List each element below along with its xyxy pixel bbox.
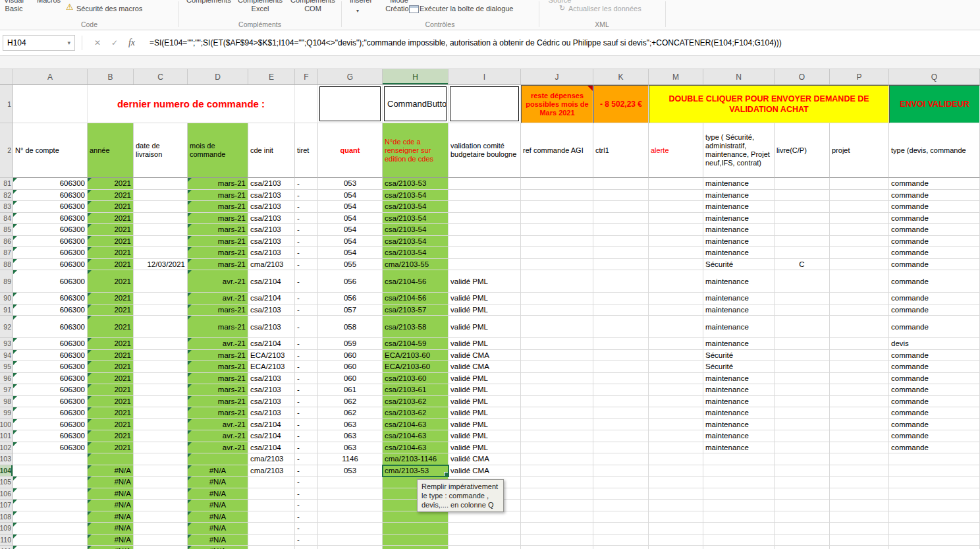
- cell-K87[interactable]: [593, 247, 649, 259]
- cell-Q87[interactable]: commande: [889, 247, 980, 259]
- cell-C103[interactable]: [134, 453, 188, 465]
- cell-C87[interactable]: [134, 247, 188, 259]
- cell-P111[interactable]: [830, 546, 889, 549]
- cell-J86[interactable]: [521, 236, 593, 248]
- cell-D87[interactable]: mars-21: [188, 247, 248, 259]
- cell-G111[interactable]: [318, 546, 383, 549]
- inserer-button[interactable]: Insérer: [345, 0, 377, 5]
- cell-E84[interactable]: csa/2103: [248, 213, 295, 225]
- cell-C95[interactable]: [134, 361, 188, 373]
- cell-D93[interactable]: avr.-21: [188, 338, 248, 350]
- cell-B86[interactable]: 2021: [88, 236, 134, 248]
- cell-C106[interactable]: [134, 488, 188, 500]
- cell-E96[interactable]: csa/2103: [248, 373, 295, 385]
- cell-H93[interactable]: csa/2104-59: [383, 338, 449, 350]
- column-header-G[interactable]: G: [318, 69, 383, 84]
- cell-J102[interactable]: [521, 442, 593, 454]
- cell-N110[interactable]: [703, 535, 775, 546]
- cell-D100[interactable]: avr.-21: [188, 419, 248, 431]
- cell-K101[interactable]: [593, 430, 649, 442]
- cell-M84[interactable]: [649, 213, 703, 225]
- cell-I109[interactable]: [449, 523, 521, 535]
- cell-D82[interactable]: mars-21: [188, 190, 248, 202]
- cell-M1-validation-banner[interactable]: DOUBLE CLIQUER POUR ENVOYER DEMANDE DE V…: [649, 85, 889, 123]
- cell-Q103[interactable]: [889, 453, 980, 465]
- cell-D85[interactable]: mars-21: [188, 224, 248, 236]
- cell-D99[interactable]: mars-21: [188, 407, 248, 419]
- cell-Q110[interactable]: [889, 535, 980, 546]
- cell-F106[interactable]: -: [295, 488, 318, 500]
- cell-D105[interactable]: #N/A: [188, 477, 248, 488]
- formula-input[interactable]: =SI(E104="";"";SI(ET($AF$94>$K$1;I104=""…: [150, 38, 782, 47]
- cell-M110[interactable]: [649, 535, 703, 546]
- cell-I97[interactable]: validé PML: [449, 384, 521, 396]
- cell-H92[interactable]: csa/2103-58: [383, 316, 449, 338]
- cell-J88[interactable]: [521, 259, 593, 271]
- command-button[interactable]: CommandButton1: [384, 86, 447, 121]
- cell-J92[interactable]: [521, 316, 593, 338]
- cell-K86[interactable]: [593, 236, 649, 248]
- column-header-K[interactable]: K: [593, 69, 649, 84]
- cell-F105[interactable]: -: [295, 477, 318, 488]
- cell-F109[interactable]: -: [295, 523, 318, 535]
- cell-Q1-envoi-valideur[interactable]: ENVOI VALIDEUR: [889, 85, 980, 123]
- cell-N88[interactable]: Sécurité: [703, 259, 775, 271]
- cell-D102[interactable]: avr.-21: [188, 442, 248, 454]
- cell-O109[interactable]: [775, 523, 830, 535]
- cell-A103[interactable]: [13, 453, 88, 465]
- cell-D2[interactable]: mois de commande: [188, 123, 248, 178]
- cell-O86[interactable]: [775, 236, 830, 248]
- cell-E103[interactable]: cma/2103: [248, 453, 295, 465]
- cell-K111[interactable]: [593, 546, 649, 549]
- complements-com-button[interactable]: Compléments COM: [288, 0, 338, 13]
- cell-A97[interactable]: 606300: [13, 384, 88, 396]
- cell-Q85[interactable]: commande: [889, 224, 980, 236]
- cell-D109[interactable]: #N/A: [188, 523, 248, 535]
- cell-E106[interactable]: [248, 488, 295, 500]
- cell-F85[interactable]: -: [295, 224, 318, 236]
- cell-P85[interactable]: [830, 224, 889, 236]
- cell-K93[interactable]: [593, 338, 649, 350]
- cell-K90[interactable]: [593, 293, 649, 304]
- cell-H99[interactable]: csa/2103-62: [383, 407, 449, 419]
- cell-M90[interactable]: [649, 293, 703, 304]
- cell-J89[interactable]: [521, 270, 593, 293]
- cell-I103[interactable]: validé CMA: [449, 453, 521, 465]
- cell-B99[interactable]: 2021: [88, 407, 134, 419]
- cell-N97[interactable]: maintenance: [703, 384, 775, 396]
- cell-B110[interactable]: #N/A: [88, 535, 134, 546]
- cell-O82[interactable]: [775, 190, 830, 202]
- cell-G95[interactable]: 060: [318, 361, 383, 373]
- cell-J90[interactable]: [521, 293, 593, 304]
- cell-B2[interactable]: année: [88, 123, 134, 178]
- cell-P103[interactable]: [830, 453, 889, 465]
- cell-N105[interactable]: [703, 477, 775, 488]
- cell-P92[interactable]: [830, 316, 889, 338]
- cell-B82[interactable]: 2021: [88, 190, 134, 202]
- row-header-109[interactable]: 109: [0, 523, 13, 535]
- cell-D106[interactable]: #N/A: [188, 488, 248, 500]
- cell-Q104[interactable]: [889, 465, 980, 477]
- macros-button[interactable]: Macros: [33, 0, 65, 5]
- cell-N86[interactable]: maintenance: [703, 236, 775, 248]
- cell-I100[interactable]: validé PML: [449, 419, 521, 431]
- cell-C84[interactable]: [134, 213, 188, 225]
- cell-M107[interactable]: [649, 500, 703, 511]
- cell-I87[interactable]: [449, 247, 521, 259]
- cell-F111[interactable]: [295, 546, 318, 549]
- cell-O108[interactable]: [775, 511, 830, 523]
- cell-E111[interactable]: [248, 546, 295, 549]
- row-header-88[interactable]: 88: [0, 259, 13, 271]
- cell-N90[interactable]: maintenance: [703, 293, 775, 304]
- enter-icon[interactable]: ✓: [106, 38, 123, 47]
- cell-I81[interactable]: [449, 178, 521, 190]
- cell-D96[interactable]: mars-21: [188, 373, 248, 385]
- cell-J1[interactable]: reste dépenses possibles mois de Mars 20…: [521, 85, 593, 123]
- cell-A84[interactable]: 606300: [13, 213, 88, 225]
- cell-I111[interactable]: [449, 546, 521, 549]
- cell-E83[interactable]: csa/2103: [248, 201, 295, 213]
- cell-Q84[interactable]: commande: [889, 213, 980, 225]
- cell-H83[interactable]: csa/2103-54: [383, 201, 449, 213]
- inserer-dropdown-icon[interactable]: ▾: [356, 7, 359, 15]
- cell-B108[interactable]: #N/A: [88, 511, 134, 523]
